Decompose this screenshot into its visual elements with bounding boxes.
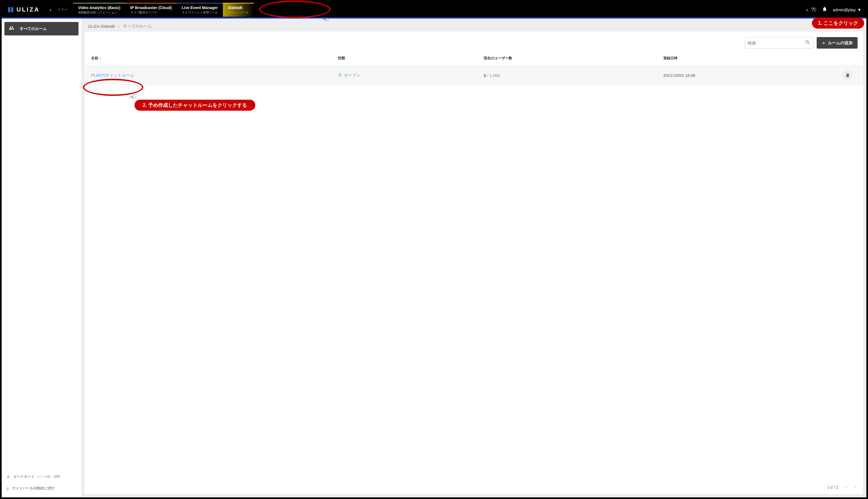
- toolbar: ＋ ルームの追加: [85, 32, 863, 51]
- col-header-users[interactable]: 現在のユーザー数: [484, 56, 663, 61]
- user-menu[interactable]: admin@play ▼: [833, 8, 861, 12]
- pagination-text: 1-2 / 2: [827, 485, 838, 489]
- chevron-right-icon: ›: [118, 24, 120, 28]
- status-badge: オープン: [338, 73, 484, 78]
- rooms-table: 名前 ↑ 状態 現在のユーザー数 登録日時 PLAYのチャットルーム: [85, 51, 863, 85]
- nav-tab-sidetalk[interactable]: Sidetalk チャットツール: [223, 3, 254, 17]
- sidebar: すべてのルーム ☀ ダークモード [ベータ版] OFF |‹ サイドバーを自動的…: [2, 19, 81, 497]
- annotation-label-2: 2. 予め作成したチャットルームをクリックする: [135, 100, 255, 111]
- header-right: ?⃝ admin@play ▼: [811, 6, 861, 13]
- people-icon: [9, 25, 14, 32]
- search-box[interactable]: [745, 37, 814, 49]
- nav-tab-sub: ライブ配信サーバー: [131, 10, 172, 14]
- nav-tab-sub: ライブイベント管理ツール: [182, 10, 218, 14]
- plus-icon: ＋: [822, 40, 826, 46]
- status-text: オープン: [344, 73, 360, 78]
- nav-tab-title: Live Event Manager: [182, 5, 218, 10]
- nav-next-button[interactable]: ›: [803, 7, 811, 13]
- delete-button[interactable]: [843, 70, 853, 80]
- nav-tab-title: IP Broadcaster (Cloud): [131, 5, 172, 10]
- sort-asc-icon: ↑: [99, 56, 101, 60]
- breadcrumb-current: すべてのルーム: [123, 24, 152, 29]
- nav-tab-live-event[interactable]: Live Event Manager ライブイベント管理ツール: [177, 3, 223, 17]
- table-footer: 1-2 / 2 ‹ ›: [85, 480, 863, 494]
- user-name: admin@play: [833, 8, 856, 12]
- col-header-date[interactable]: 登録日時: [663, 56, 843, 61]
- nav-tab-fragment: イヤー: [54, 7, 71, 12]
- nav-tab-sub: チャットツール: [228, 10, 249, 14]
- page-prev-button[interactable]: ‹: [846, 485, 847, 490]
- search-input[interactable]: [748, 41, 805, 45]
- users-count: 1 / 1,000: [484, 73, 663, 78]
- bell-icon[interactable]: [822, 6, 827, 13]
- sun-icon: ☀: [7, 475, 10, 479]
- nav-tabs: Video Analytics (Basic) 視聴動向分析ソリューション IP…: [73, 3, 803, 17]
- breadcrumb: ULIZA Sidetalk › すべてのルーム: [81, 19, 866, 32]
- unlock-icon: [338, 73, 342, 78]
- sidebar-item-all-rooms[interactable]: すべてのルーム: [4, 22, 78, 35]
- nav-tab-title: Video Analytics (Basic): [78, 5, 120, 10]
- content-panel: ＋ ルームの追加 名前 ↑ 状態 現在のユーザー数 登録日時: [85, 32, 863, 494]
- search-icon[interactable]: [805, 39, 810, 46]
- table-header: 名前 ↑ 状態 現在のユーザー数 登録日時: [85, 51, 863, 65]
- nav-tab-video-analytics[interactable]: Video Analytics (Basic) 視聴動向分析ソリューション: [73, 3, 125, 17]
- sidebar-item-label: すべてのルーム: [20, 26, 47, 31]
- table-row[interactable]: PLAYのチャットルーム オープン 1 / 1,000: [85, 65, 863, 85]
- main-content: ULIZA Sidetalk › すべてのルーム ＋ ルームの追加: [81, 19, 866, 497]
- col-header-name[interactable]: 名前 ↑: [91, 56, 338, 61]
- help-icon[interactable]: ?⃝: [811, 7, 816, 13]
- col-header-status[interactable]: 状態: [338, 56, 484, 61]
- dark-mode-label: ダークモード: [13, 474, 35, 479]
- annotation-hand-icon-2: ☜: [128, 92, 138, 103]
- auto-hide-sidebar[interactable]: |‹ サイドバーを自動的に隠す: [4, 483, 78, 494]
- page-next-button[interactable]: ›: [855, 485, 856, 490]
- date-text: 2021/10/03 18:56: [663, 73, 843, 78]
- beta-tag: [ベータ版]: [38, 475, 50, 479]
- logo-icon: ⦀⦀: [8, 5, 14, 14]
- nav-tab-title: Sidetalk: [228, 5, 249, 10]
- add-room-label: ルームの追加: [828, 40, 853, 46]
- dark-mode-toggle[interactable]: ☀ ダークモード [ベータ版] OFF: [4, 471, 78, 483]
- logo-text: ULIZA: [16, 6, 40, 13]
- top-header: ⦀⦀ ULIZA ‹ イヤー Video Analytics (Basic) 視…: [2, 2, 866, 19]
- trash-icon: [845, 73, 850, 78]
- collapse-icon: |‹: [7, 486, 9, 490]
- dark-mode-state: OFF: [54, 475, 60, 479]
- nav-tab-ip-broadcaster[interactable]: IP Broadcaster (Cloud) ライブ配信サーバー: [125, 3, 177, 17]
- logo: ⦀⦀ ULIZA: [8, 5, 40, 14]
- add-room-button[interactable]: ＋ ルームの追加: [817, 37, 858, 49]
- breadcrumb-root[interactable]: ULIZA Sidetalk: [88, 24, 115, 28]
- nav-prev-button[interactable]: ‹: [46, 7, 55, 13]
- auto-hide-label: サイドバーを自動的に隠す: [12, 486, 55, 491]
- nav-tab-sub: 視聴動向分析ソリューション: [78, 10, 120, 14]
- room-name-link[interactable]: PLAYのチャットルーム: [91, 73, 134, 78]
- chevron-down-icon: ▼: [857, 8, 861, 12]
